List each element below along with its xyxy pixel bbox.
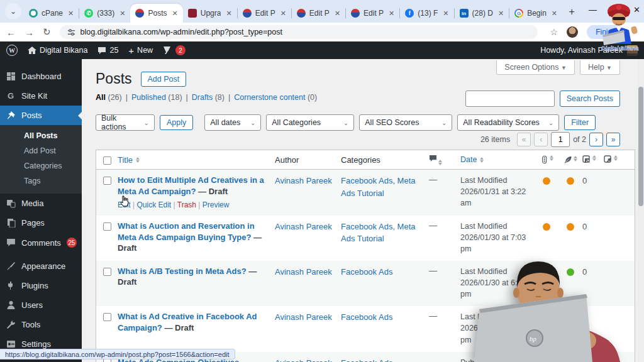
next-page-button[interactable]: › [589,133,603,146]
row-checkbox[interactable] [103,313,111,321]
row-checkbox[interactable] [103,177,111,185]
adminbar-site-link[interactable]: Digital Bikana [28,46,87,55]
back-icon[interactable]: ← [6,27,16,38]
close-tab-icon[interactable]: ✕ [172,9,178,18]
tab-whatsapp[interactable]: ✆(333)✕ [79,4,130,23]
close-tab-icon[interactable]: ✕ [68,9,74,18]
sidebar-item-appearance[interactable]: Appearance [0,256,82,276]
filter-button[interactable]: Filter [564,115,596,130]
author-link[interactable]: Avinash Pareek [275,221,332,233]
add-post-button[interactable]: Add Post [141,72,187,87]
url-bar[interactable]: blog.digitalbikana.com/wp-admin/edit.php… [60,25,538,39]
bookmark-star-icon[interactable]: ☆ [550,27,558,37]
user-avatar[interactable] [627,45,638,56]
preview-link[interactable]: Preview [203,200,230,209]
sidebar-item-tools[interactable]: Tools [0,315,82,334]
seo-scores-select[interactable]: All SEO Scores⌄ [359,114,452,131]
howdy-greeting[interactable]: Howdy, Avinash Pareek [540,46,623,55]
prev-page-button[interactable]: ‹ [534,133,548,146]
author-link[interactable]: Avinash Pareek [275,175,332,187]
row-checkbox[interactable] [103,268,111,276]
tab-edit-post[interactable]: Edit P✕ [292,4,345,23]
apply-button[interactable]: Apply [160,115,193,130]
submenu-add-post[interactable]: Add Post [0,143,82,158]
post-title-link[interactable]: What is Auction and Reservation in Meta … [118,221,255,242]
sidebar-item-pages[interactable]: Pages [0,213,82,233]
close-tab-icon[interactable]: ✕ [443,9,448,18]
close-tab-icon[interactable]: ✕ [226,9,231,18]
tab-posts-active[interactable]: Posts✕ [130,4,182,23]
comments-header[interactable] [429,155,460,165]
select-all-checkbox[interactable] [103,156,111,165]
categories-link[interactable]: Facebook Ads [341,311,392,324]
trash-link[interactable]: Trash [177,200,196,209]
submenu-tags[interactable]: Tags [0,173,82,189]
help-button[interactable]: Help ▼ [580,60,620,75]
browser-profile-avatar[interactable] [567,26,578,38]
dates-select[interactable]: All dates⌄ [204,114,261,131]
tab-facebook[interactable]: f(13) F✕ [400,4,453,23]
close-tab-icon[interactable]: ✕ [498,9,504,18]
row-checkbox[interactable] [103,222,111,231]
tab-upgrade[interactable]: Upgra✕ [183,4,237,23]
view-published[interactable]: Published [131,93,166,102]
view-drafts[interactable]: Drafts [192,93,213,102]
close-tab-icon[interactable]: ✕ [280,9,286,18]
sidebar-item-users[interactable]: Users [0,295,82,315]
tab-search-icon[interactable]: ⌄ [5,3,21,19]
sidebar-item-sitekit[interactable]: G Site Kit [0,86,82,106]
site-settings-icon[interactable] [67,28,75,36]
categories-link[interactable]: Facebook Ads [341,266,392,278]
internal-links-header[interactable] [582,155,604,164]
view-all[interactable]: All [96,93,106,102]
outgoing-links-header[interactable] [604,155,625,164]
categories-link[interactable]: Facebook Ads [341,357,392,362]
view-cornerstone[interactable]: Cornerstone content [234,93,305,102]
adminbar-comments-link[interactable]: 25 [97,46,118,55]
adminbar-yoast-link[interactable]: 2 [163,45,186,55]
first-page-button[interactable]: « [517,133,531,146]
readability-header[interactable] [558,156,582,164]
author-link[interactable]: Avinash Pareek [275,266,332,278]
minimize-button[interactable]: — [589,5,597,14]
close-tab-icon[interactable]: ✕ [119,9,125,18]
wordpress-logo-icon[interactable]: W [6,45,18,56]
tab-linkedin[interactable]: in(28) D✕ [455,4,509,23]
tab-edit-post[interactable]: Edit P✕ [238,4,291,23]
submenu-categories[interactable]: Categories [0,158,82,173]
new-tab-button[interactable]: + [564,4,580,20]
author-link[interactable]: Avinash Pareek [275,311,332,324]
adminbar-new-link[interactable]: + New [128,45,153,56]
readability-scores-select[interactable]: All Readability Scores⌄ [457,114,559,131]
tab-cpanel[interactable]: cPane✕ [24,4,79,23]
categories-select[interactable]: All Categories⌄ [266,114,354,131]
sidebar-item-plugins[interactable]: Plugins [0,276,82,295]
sort-date-header[interactable]: Date [460,154,484,165]
post-title-link[interactable]: What is A/B Testing in Meta Ads? [118,266,247,276]
sidebar-item-media[interactable]: Media [0,194,82,213]
last-page-button[interactable]: » [606,133,620,146]
bulk-actions-select[interactable]: Bulk actions⌄ [96,114,155,131]
sidebar-item-comments[interactable]: Comments 25 [0,233,82,253]
close-tab-icon[interactable]: ✕ [552,9,557,18]
post-title-link[interactable]: How to Edit Multiple Ad Creatives in a M… [118,175,264,196]
page-scrollbar[interactable] [638,59,644,362]
close-tab-icon[interactable]: ✕ [335,9,340,18]
categories-link[interactable]: Facebook Ads, Meta Ads Tutorial [341,175,424,199]
author-link[interactable]: Avinash Pareek [275,357,332,362]
forward-icon[interactable]: → [25,27,34,38]
edit-link[interactable]: Edit [118,200,131,209]
tab-google[interactable]: Begin✕ [509,4,562,23]
submenu-all-posts[interactable]: All Posts [0,128,82,143]
maximize-button[interactable] [612,6,618,13]
finish-update-button[interactable]: Finish [587,25,625,39]
search-posts-button[interactable]: Search Posts [560,90,620,107]
quick-edit-link[interactable]: Quick Edit [136,200,171,209]
screen-options-button[interactable]: Screen Options ▼ [496,60,575,75]
sidebar-item-posts[interactable]: Posts [0,106,82,125]
close-tab-icon[interactable]: ✕ [389,9,394,18]
sidebar-item-dashboard[interactable]: Dashboard [0,67,82,86]
search-input[interactable] [465,90,555,107]
current-page-input[interactable] [551,132,570,147]
close-window-button[interactable]: ✕ [633,5,640,14]
